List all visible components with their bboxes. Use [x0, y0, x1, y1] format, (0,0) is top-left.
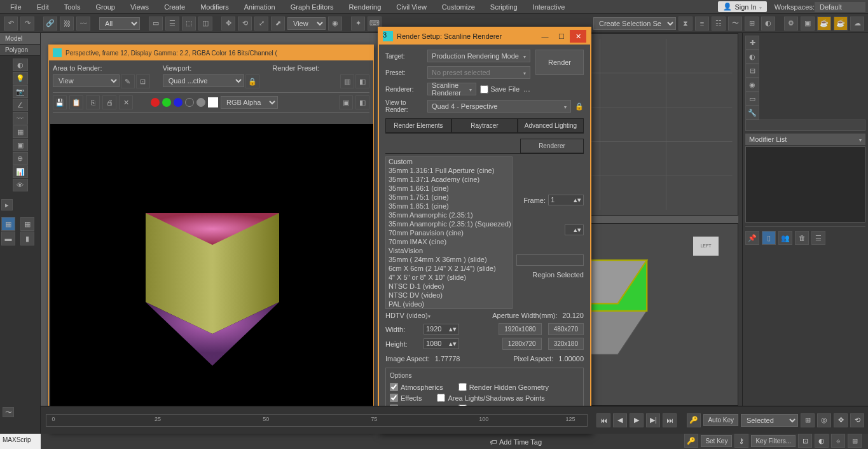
- redo-button[interactable]: ↷: [20, 17, 34, 31]
- output-preset-dropdown[interactable]: HDTV (video): [385, 312, 455, 319]
- nav-5-button[interactable]: ⊡: [798, 434, 812, 448]
- vp-safe-button[interactable]: ▣: [13, 139, 28, 151]
- save-img-button[interactable]: 💾: [53, 95, 67, 109]
- prev-frame-button[interactable]: ◀: [613, 413, 627, 427]
- align-button[interactable]: ≡: [695, 17, 709, 31]
- show-result-button[interactable]: ▯: [762, 231, 776, 245]
- curve-editor-button[interactable]: 〜: [728, 17, 742, 31]
- clear-img-button[interactable]: ✕: [119, 95, 133, 109]
- menu-animation[interactable]: Animation: [237, 1, 283, 13]
- preset-item[interactable]: NTSC DV (video): [386, 291, 512, 300]
- render-button[interactable]: ☕: [817, 17, 831, 31]
- alpha-channel-button[interactable]: [185, 98, 194, 107]
- blue-channel-button[interactable]: [174, 98, 183, 107]
- goto-start-button[interactable]: ⏮: [596, 413, 610, 427]
- signin-button[interactable]: 👤 Sign In: [718, 1, 766, 12]
- atmospherics-checkbox[interactable]: [390, 383, 398, 391]
- preset-item[interactable]: NTSC D-1 (video): [386, 282, 512, 291]
- preset-item[interactable]: 4" X 5" or 8" X 10" (slide): [386, 273, 512, 282]
- menu-rendering[interactable]: Rendering: [341, 1, 389, 13]
- renderer-dropdown[interactable]: Scanline Renderer: [427, 83, 476, 95]
- mirror-button[interactable]: ⧗: [679, 17, 692, 31]
- keyfilters-button[interactable]: Key Filters...: [751, 435, 796, 447]
- tab-raytracer[interactable]: Raytracer: [451, 118, 518, 133]
- menu-civilview[interactable]: Civil View: [389, 1, 434, 13]
- vp-snap-button[interactable]: ⊕: [13, 152, 28, 165]
- tab-render-elements[interactable]: Render Elements: [385, 118, 451, 133]
- more-button[interactable]: …: [523, 85, 530, 93]
- preset-b-button[interactable]: ◧: [355, 74, 369, 88]
- autokey-button[interactable]: Auto Key: [703, 414, 738, 426]
- area-render-dropdown[interactable]: View: [53, 74, 120, 87]
- select-button[interactable]: ▭: [149, 17, 163, 31]
- tab-modeling[interactable]: Model: [0, 33, 40, 45]
- aux-field[interactable]: [516, 254, 584, 266]
- nav-1-button[interactable]: ⊞: [801, 413, 815, 427]
- next-frame-button[interactable]: ▶|: [646, 413, 660, 427]
- menu-views[interactable]: Views: [123, 1, 156, 13]
- copy-img-button[interactable]: 📋: [69, 95, 83, 109]
- render-online-button[interactable]: ☁: [850, 17, 864, 31]
- viewcube-persp[interactable]: LEFT: [693, 237, 719, 256]
- link-button[interactable]: 🔗: [43, 17, 57, 31]
- mono-channel-button[interactable]: [196, 98, 205, 107]
- render-setup-button[interactable]: ⚙: [784, 17, 798, 31]
- addtag-button[interactable]: Add Time Tag: [499, 438, 542, 446]
- area-edit-button[interactable]: ✎: [121, 74, 135, 88]
- vp-wave-button[interactable]: 〰: [13, 112, 28, 125]
- modify-tab[interactable]: ◐: [745, 50, 759, 64]
- nav-4-button[interactable]: ⟲: [850, 413, 864, 427]
- arealights-checkbox[interactable]: [437, 394, 445, 402]
- menu-file[interactable]: File: [3, 1, 29, 13]
- target-dropdown[interactable]: Production Rendering Mode: [427, 50, 530, 62]
- keytarget-dropdown[interactable]: Selected: [741, 414, 798, 427]
- menu-interactive[interactable]: Interactive: [525, 1, 573, 13]
- green-channel-button[interactable]: [162, 98, 171, 107]
- preset-item[interactable]: PAL D-1 (video): [386, 308, 512, 309]
- tab-polygon[interactable]: Polygon: [0, 45, 40, 56]
- key-mode-button[interactable]: 🔑: [687, 413, 701, 427]
- motion-tab[interactable]: ◉: [745, 78, 759, 92]
- preset-a-button[interactable]: ▥: [340, 74, 354, 88]
- preset-item[interactable]: 35mm 1.316:1 Full Aperture (cine): [386, 166, 512, 175]
- modifier-stack[interactable]: [745, 146, 865, 223]
- size-1280x720-button[interactable]: 1280x720: [502, 338, 542, 350]
- menu-scripting[interactable]: Scripting: [483, 1, 525, 13]
- vp-shade-button[interactable]: ◐: [13, 59, 28, 71]
- layout-1-button[interactable]: ▦: [1, 217, 15, 231]
- schematic-button[interactable]: ⊞: [745, 17, 759, 31]
- close-button[interactable]: ✕: [570, 30, 586, 43]
- vp-light-button[interactable]: 💡: [13, 72, 28, 85]
- setkey-button[interactable]: Set Key: [701, 435, 732, 447]
- move-button[interactable]: ✥: [221, 17, 235, 31]
- menu-modifiers[interactable]: Modifiers: [193, 1, 237, 13]
- hierarchy-tab[interactable]: ⊟: [745, 64, 759, 78]
- swatch-button[interactable]: [208, 97, 218, 107]
- preset-item[interactable]: 35mm 1.75:1 (cine): [386, 193, 512, 202]
- maximize-button[interactable]: ☐: [553, 30, 570, 43]
- maxscript-field[interactable]: MAXScrip: [0, 434, 41, 449]
- menu-grapheditors[interactable]: Graph Editors: [283, 1, 341, 13]
- material-button[interactable]: ◐: [761, 17, 775, 31]
- configure-button[interactable]: ☰: [811, 231, 825, 245]
- preset-item[interactable]: 35mm Anamorphic (2.35:1): [386, 211, 512, 219]
- output-size-preset-list[interactable]: Custom 35mm 1.316:1 Full Aperture (cine)…: [385, 156, 513, 309]
- timeline[interactable]: 0 25 50 75 100 125: [46, 414, 588, 427]
- selection-filter[interactable]: All: [99, 17, 140, 30]
- scale-button[interactable]: ⤢: [254, 17, 268, 31]
- red-channel-button[interactable]: [151, 98, 160, 107]
- nav-2-button[interactable]: ◎: [817, 413, 831, 427]
- menu-tools[interactable]: Tools: [57, 1, 88, 13]
- height-spinner[interactable]: 1080▴▾: [424, 338, 459, 349]
- select-name-button[interactable]: ☰: [165, 17, 179, 31]
- vp-cam-button[interactable]: 📷: [13, 85, 28, 98]
- menu-create[interactable]: Create: [156, 1, 193, 13]
- width-spinner[interactable]: 1920▴▾: [424, 324, 459, 335]
- vp-eye-button[interactable]: 👁: [13, 179, 28, 191]
- utilities-tab[interactable]: 🔧: [745, 106, 759, 120]
- preset-item[interactable]: 35mm 1.85:1 (cine): [386, 202, 512, 211]
- menu-edit[interactable]: Edit: [29, 1, 57, 13]
- bind-button[interactable]: 〰: [76, 17, 90, 31]
- clone-img-button[interactable]: ⎘: [86, 95, 100, 109]
- traj-button[interactable]: 〜: [3, 407, 14, 417]
